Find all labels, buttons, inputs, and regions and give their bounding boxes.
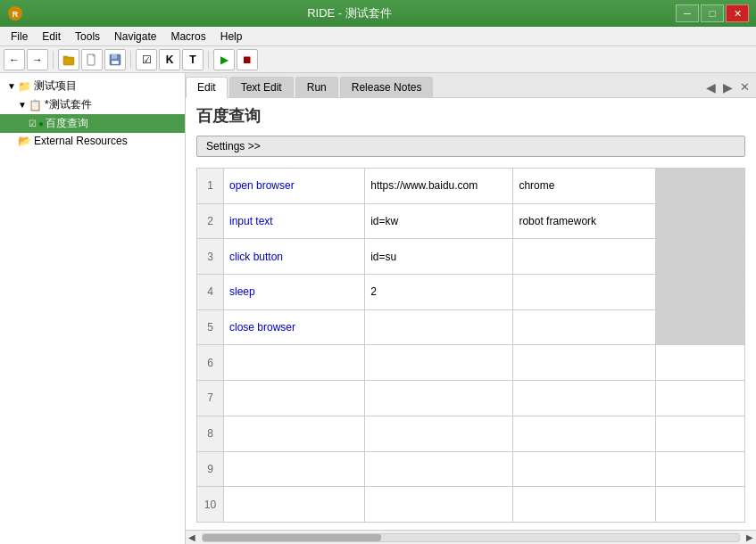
table-row[interactable]: 2input textid=kwrobot framework <box>197 203 745 239</box>
minimize-button[interactable]: ─ <box>676 4 699 22</box>
extra-cell[interactable] <box>656 416 745 451</box>
open-file-button[interactable] <box>81 49 103 70</box>
menu-macros[interactable]: Macros <box>163 29 212 45</box>
extra-cell[interactable] <box>656 203 745 239</box>
scroll-right-button[interactable]: ▶ <box>744 532 756 542</box>
scroll-track[interactable] <box>202 533 740 542</box>
arg1-cell[interactable] <box>365 487 513 523</box>
open-dir-button[interactable] <box>58 49 79 70</box>
table-body: 1open browserhttps://www.baidu.comchrome… <box>197 169 745 523</box>
keyword-cell[interactable]: input text <box>224 203 365 239</box>
tab-prev-button[interactable]: ◀ <box>703 80 719 95</box>
arg1-cell[interactable] <box>365 309 513 345</box>
extra-cell[interactable] <box>656 487 745 523</box>
forward-button[interactable]: → <box>27 49 48 70</box>
sidebar-item-external[interactable]: 📂 External Resources <box>0 133 185 149</box>
keyword-cell[interactable]: open browser <box>224 169 365 204</box>
arg2-cell[interactable] <box>513 416 656 451</box>
table-row[interactable]: 1open browserhttps://www.baidu.comchrome <box>197 169 745 204</box>
checkbox-button[interactable]: ☑ <box>136 49 157 70</box>
keyword-cell[interactable]: close browser <box>224 309 365 345</box>
table-row[interactable]: 3click buttonid=su <box>197 239 745 275</box>
keyword-cell[interactable]: click button <box>224 239 365 275</box>
tab-next-button[interactable]: ▶ <box>720 80 735 95</box>
expand-icon2: ▼ <box>18 100 27 110</box>
extra-cell[interactable] <box>656 345 745 381</box>
tab-release-notes[interactable]: Release Notes <box>340 77 434 97</box>
arg1-cell[interactable]: id=kw <box>365 203 513 239</box>
arg2-cell[interactable]: robot framework <box>513 203 656 239</box>
table-row[interactable]: 6 <box>197 345 745 381</box>
scroll-thumb[interactable] <box>203 534 381 541</box>
extra-cell[interactable] <box>656 169 745 204</box>
tab-edit[interactable]: Edit <box>186 77 228 98</box>
keyword-cell[interactable] <box>224 416 365 451</box>
arg2-cell[interactable] <box>513 345 656 381</box>
svg-rect-2 <box>63 57 74 65</box>
back-button[interactable]: ← <box>4 49 25 70</box>
arg2-cell[interactable] <box>513 239 656 275</box>
keyword-cell[interactable] <box>224 345 365 381</box>
settings-button[interactable]: Settings >> <box>196 136 745 157</box>
extra-cell[interactable] <box>656 309 745 345</box>
arg1-cell[interactable] <box>365 451 513 487</box>
arg2-cell[interactable] <box>513 487 656 523</box>
table-row[interactable]: 10 <box>197 487 745 523</box>
t-button[interactable]: T <box>182 49 204 70</box>
content-area: Edit Text Edit Run Release Notes ◀ ▶ ✕ 百… <box>186 73 756 544</box>
extra-cell[interactable] <box>656 451 745 487</box>
stop-button[interactable]: ⏹ <box>237 49 258 70</box>
close-button[interactable]: ✕ <box>726 4 749 22</box>
table-row[interactable]: 4sleep2 <box>197 275 745 310</box>
table-row[interactable]: 5close browser <box>197 309 745 345</box>
run-button[interactable]: ▶ <box>213 49 235 70</box>
menu-file[interactable]: File <box>4 29 35 45</box>
table-row[interactable]: 7 <box>197 381 745 416</box>
arg2-cell[interactable] <box>513 275 656 310</box>
table-row[interactable]: 8 <box>197 416 745 451</box>
edit-area: 百度查询 Settings >> 1open browserhttps://ww… <box>186 98 756 530</box>
checkbox-icon: ☑ <box>29 119 37 128</box>
test-case-title: 百度查询 <box>196 105 745 127</box>
keyword-cell[interactable] <box>224 451 365 487</box>
arg1-cell[interactable] <box>365 381 513 416</box>
keyword-cell[interactable]: sleep <box>224 275 365 310</box>
arg1-cell[interactable]: id=su <box>365 239 513 275</box>
sidebar-item-test[interactable]: ☑ ● 百度查询 <box>0 114 185 133</box>
sidebar: ▼ 📁 测试项目 ▼ 📋 *测试套件 ☑ ● 百度查询 📂 External R… <box>0 73 186 544</box>
tab-run[interactable]: Run <box>295 77 338 97</box>
menu-edit[interactable]: Edit <box>35 29 68 45</box>
extra-cell[interactable] <box>656 275 745 310</box>
menu-tools[interactable]: Tools <box>68 29 107 45</box>
tab-close-button[interactable]: ✕ <box>737 80 752 95</box>
external-icon: 📂 <box>18 135 31 147</box>
extra-cell[interactable] <box>656 239 745 275</box>
titlebar-controls: ─ □ ✕ <box>676 4 749 22</box>
tabbar: Edit Text Edit Run Release Notes ◀ ▶ ✕ <box>186 73 756 98</box>
keyword-cell[interactable] <box>224 487 365 523</box>
arg1-cell[interactable] <box>365 416 513 451</box>
row-number: 10 <box>197 487 224 523</box>
arg2-cell[interactable] <box>513 309 656 345</box>
sidebar-item-project[interactable]: ▼ 📁 测试项目 <box>0 77 185 95</box>
maximize-button[interactable]: □ <box>701 4 724 22</box>
table-row[interactable]: 9 <box>197 451 745 487</box>
run-status-icon: ● <box>38 119 44 128</box>
arg2-cell[interactable]: chrome <box>513 169 656 204</box>
extra-cell[interactable] <box>656 381 745 416</box>
menu-help[interactable]: Help <box>213 29 250 45</box>
arg2-cell[interactable] <box>513 451 656 487</box>
save-button[interactable] <box>104 49 126 70</box>
horizontal-scrollbar[interactable]: ◀ ▶ <box>186 530 756 544</box>
arg1-cell[interactable]: https://www.baidu.com <box>365 169 513 204</box>
arg1-cell[interactable]: 2 <box>365 275 513 310</box>
arg1-cell[interactable] <box>365 345 513 381</box>
sidebar-item-suite[interactable]: ▼ 📋 *测试套件 <box>0 95 185 114</box>
scroll-left-button[interactable]: ◀ <box>186 532 198 542</box>
row-number: 1 <box>197 169 224 204</box>
tab-text-edit[interactable]: Text Edit <box>229 77 294 97</box>
menu-navigate[interactable]: Navigate <box>107 29 163 45</box>
keyword-cell[interactable] <box>224 381 365 416</box>
k-button[interactable]: K <box>159 49 180 70</box>
arg2-cell[interactable] <box>513 381 656 416</box>
